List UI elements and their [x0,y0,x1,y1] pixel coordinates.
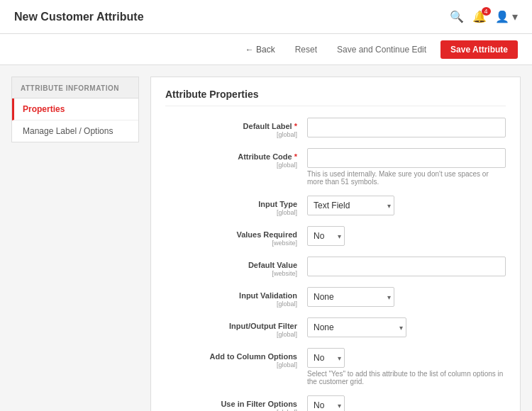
values-required-scope: [website] [165,240,297,247]
attribute-code-label: Attribute Code [238,152,297,161]
search-icon[interactable]: 🔍 [450,10,464,23]
use-in-filter-label: Use in Filter Options [221,400,297,408]
values-required-label: Values Required [236,230,297,239]
input-validation-label: Input Validation [239,291,297,300]
input-output-filter-label: Input/Output Filter [229,322,297,330]
values-required-select[interactable]: No Yes [308,227,345,245]
save-attribute-button[interactable]: Save Attribute [440,40,518,59]
attribute-code-scope: [global] [165,162,297,169]
input-type-row: Input Type [global] Text Field Text Area… [165,196,506,216]
section-title: Attribute Properties [165,89,506,106]
attribute-code-input[interactable] [307,148,506,168]
page-toolbar: ← Back Reset Save and Continue Edit Save… [0,34,532,65]
input-validation-scope: [global] [165,300,297,308]
default-label-scope: [global] [165,131,297,138]
use-in-filter-select[interactable]: No Yes [308,396,345,411]
add-to-column-scope: [global] [165,361,297,368]
sidebar-item-properties[interactable]: Properties [12,98,138,120]
default-value-scope: [website] [165,270,297,277]
input-type-label: Input Type [258,200,297,208]
add-to-column-select[interactable]: No Yes [308,349,345,367]
default-value-row: Default Value [website] [165,257,506,277]
input-type-scope: [global] [165,209,297,216]
save-continue-button[interactable]: Save and Continue Edit [331,42,432,57]
sidebar-item-manage-label[interactable]: Manage Label / Options [12,120,138,142]
input-validation-select[interactable]: None Alphanumeric Numeric Only Email Dat… [308,288,394,306]
user-icon[interactable]: 👤 ▾ [495,10,518,23]
sidebar-section-title: ATTRIBUTE INFORMATION [11,77,139,98]
sidebar: ATTRIBUTE INFORMATION Properties Manage … [11,77,139,411]
page-title: New Customer Attribute [14,11,144,23]
header-icons: 🔍 🔔 4 👤 ▾ [450,10,518,23]
bell-icon[interactable]: 🔔 4 [472,10,487,23]
attribute-code-note: This is used internally. Make sure you d… [307,170,506,186]
default-label-label: Default Label [243,122,297,130]
default-label-input[interactable] [307,118,506,137]
use-in-filter-row: Use in Filter Options [global] No Yes ▾ … [165,395,506,411]
notification-badge: 4 [482,7,491,16]
sidebar-nav: Properties Manage Label / Options [11,98,139,142]
input-validation-row: Input Validation [global] None Alphanume… [165,287,506,308]
input-type-select[interactable]: Text Field Text Area Date Yes/No Dropdow… [308,196,394,215]
reset-button[interactable]: Reset [289,42,323,57]
default-value-label: Default Value [248,261,297,269]
default-value-input[interactable] [307,257,506,276]
values-required-row: Values Required [website] No Yes ▾ [165,226,506,247]
page-content: ATTRIBUTE INFORMATION Properties Manage … [0,65,532,411]
add-to-column-note: Select "Yes" to add this attribute to th… [307,370,506,385]
add-to-column-row: Add to Column Options [global] No Yes ▾ … [165,348,506,385]
main-content: Attribute Properties Default Label [glob… [150,77,521,411]
input-output-filter-row: Input/Output Filter [global] None Strip … [165,317,506,338]
page-header: New Customer Attribute 🔍 🔔 4 👤 ▾ [0,0,532,34]
back-button[interactable]: ← Back [240,42,281,57]
default-label-row: Default Label [global] [165,118,506,138]
add-to-column-label: Add to Column Options [210,352,297,361]
attribute-code-row: Attribute Code [global] This is used int… [165,148,506,186]
input-output-filter-scope: [global] [165,331,297,338]
input-output-filter-select[interactable]: None Strip HTML Tags Escape HTML Entitie… [308,318,406,337]
